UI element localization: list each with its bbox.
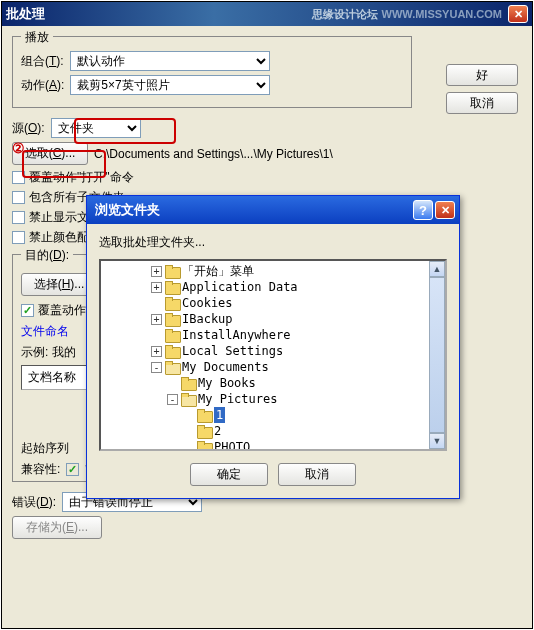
- tree-label: Application Data: [182, 279, 298, 295]
- folder-icon: [165, 297, 179, 309]
- folder-icon: [181, 393, 195, 405]
- tree-label: My Documents: [182, 359, 269, 375]
- playback-fieldset: 播放 组合(T): 默认动作 动作(A): 裁剪5×7英寸照片: [12, 36, 412, 108]
- folder-icon: [181, 377, 195, 389]
- expand-icon[interactable]: +: [151, 282, 162, 293]
- tree-label: Local Settings: [182, 343, 283, 359]
- tree-label: PHOTO: [214, 439, 250, 451]
- set-label: 组合(T):: [21, 53, 64, 70]
- cancel-button[interactable]: 取消: [446, 92, 518, 114]
- folder-icon: [197, 441, 211, 451]
- tree-row[interactable]: +Application Data: [103, 279, 443, 295]
- source-select[interactable]: 文件夹: [51, 118, 141, 138]
- tree-label: My Books: [198, 375, 256, 391]
- start-serial-label: 起始序列: [21, 440, 69, 457]
- annotation-2: ②: [12, 140, 25, 156]
- tree-row[interactable]: 1: [103, 407, 443, 423]
- window-title: 批处理: [6, 5, 312, 23]
- override-open-checkbox[interactable]: [12, 171, 25, 184]
- tree-row[interactable]: Cookies: [103, 295, 443, 311]
- main-titlebar: 批处理 思缘设计论坛 WWW.MISSYUAN.COM ✕: [2, 2, 532, 26]
- collapse-icon[interactable]: -: [151, 362, 162, 373]
- tree-row[interactable]: -My Pictures: [103, 391, 443, 407]
- suppress-open-checkbox[interactable]: [12, 211, 25, 224]
- tree-label: IBackup: [182, 311, 233, 327]
- tree-label: 2: [214, 423, 221, 439]
- tree-label: 「开始」菜单: [182, 263, 254, 279]
- tree-label: Cookies: [182, 295, 233, 311]
- dest-label: 目的(D):: [21, 247, 73, 264]
- tree-row[interactable]: -My Documents: [103, 359, 443, 375]
- tree-row[interactable]: +Local Settings: [103, 343, 443, 359]
- override-open-label: 覆盖动作"打开"命令: [29, 169, 134, 186]
- scroll-up-icon[interactable]: ▲: [429, 261, 445, 277]
- dialog-ok-button[interactable]: 确定: [190, 463, 268, 486]
- watermark: WWW.MISSYUAN.COM: [382, 8, 502, 20]
- playback-legend: 播放: [21, 29, 53, 46]
- folder-icon: [197, 409, 211, 421]
- folder-icon: [165, 345, 179, 357]
- source-label: 源(O):: [12, 120, 45, 137]
- dialog-close-icon[interactable]: ✕: [435, 201, 455, 219]
- windows-checkbox: [66, 463, 79, 476]
- dialog-titlebar: 浏览文件夹 ? ✕: [87, 196, 459, 224]
- folder-icon: [165, 313, 179, 325]
- docname-field[interactable]: 文档名称: [21, 365, 91, 390]
- collapse-icon[interactable]: -: [167, 394, 178, 405]
- dialog-prompt: 选取批处理文件夹...: [99, 234, 447, 251]
- expand-icon[interactable]: +: [151, 266, 162, 277]
- folder-icon: [165, 329, 179, 341]
- example-label: 示例: 我的: [21, 344, 76, 361]
- browse-folder-dialog: 浏览文件夹 ? ✕ 选取批处理文件夹... +「开始」菜单+Applicatio…: [86, 195, 460, 499]
- action-label: 动作(A):: [21, 77, 64, 94]
- scroll-thumb[interactable]: [429, 277, 445, 433]
- error-label: 错误(D):: [12, 494, 56, 511]
- help-icon[interactable]: ?: [413, 200, 433, 220]
- suppress-color-checkbox[interactable]: [12, 231, 25, 244]
- include-subfolders-checkbox[interactable]: [12, 191, 25, 204]
- folder-icon: [197, 425, 211, 437]
- expand-icon[interactable]: +: [151, 314, 162, 325]
- tree-row[interactable]: +「开始」菜单: [103, 263, 443, 279]
- tree-label: 1: [214, 407, 225, 423]
- override-action-checkbox[interactable]: [21, 304, 34, 317]
- tree-label: InstallAnywhere: [182, 327, 290, 343]
- tree-row[interactable]: 2: [103, 423, 443, 439]
- forum-subtitle: 思缘设计论坛: [312, 7, 378, 22]
- filenaming-label: 文件命名: [21, 323, 69, 340]
- expand-icon[interactable]: +: [151, 346, 162, 357]
- dialog-cancel-button[interactable]: 取消: [278, 463, 356, 486]
- folder-icon: [165, 265, 179, 277]
- set-select[interactable]: 默认动作: [70, 51, 270, 71]
- close-icon[interactable]: ✕: [508, 5, 528, 23]
- save-as-button: 存储为(E)...: [12, 516, 102, 539]
- compat-label: 兼容性:: [21, 461, 60, 478]
- tree-label: My Pictures: [198, 391, 277, 407]
- tree-row[interactable]: My Books: [103, 375, 443, 391]
- tree-row[interactable]: PHOTO: [103, 439, 443, 451]
- tree-row[interactable]: InstallAnywhere: [103, 327, 443, 343]
- folder-icon: [165, 361, 179, 373]
- action-select[interactable]: 裁剪5×7英寸照片: [70, 75, 270, 95]
- ok-button[interactable]: 好: [446, 64, 518, 86]
- scroll-down-icon[interactable]: ▼: [429, 433, 445, 449]
- folder-tree[interactable]: +「开始」菜单+Application DataCookies+IBackupI…: [99, 259, 447, 451]
- folder-icon: [165, 281, 179, 293]
- tree-row[interactable]: +IBackup: [103, 311, 443, 327]
- source-path: C:\Documents and Settings\...\My Picture…: [94, 147, 333, 161]
- dialog-title: 浏览文件夹: [95, 201, 160, 219]
- scrollbar[interactable]: ▲ ▼: [429, 261, 445, 449]
- override-action-label: 覆盖动作: [38, 302, 86, 319]
